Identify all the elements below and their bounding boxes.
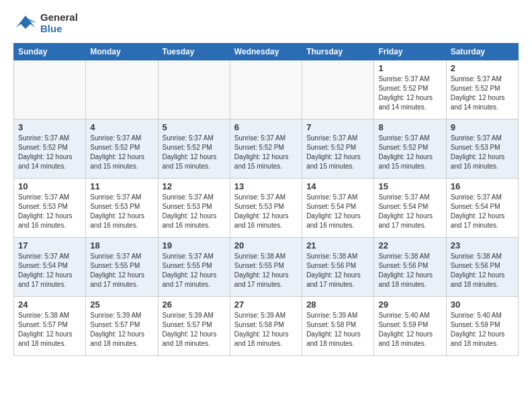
day-number: 16 <box>451 181 514 191</box>
day-header-saturday: Saturday <box>446 44 518 60</box>
day-info: Sunrise: 5:39 AM Sunset: 5:58 PM Dayligh… <box>306 311 369 349</box>
day-info: Sunrise: 5:37 AM Sunset: 5:54 PM Dayligh… <box>378 193 441 230</box>
calendar-table: SundayMondayTuesdayWednesdayThursdayFrid… <box>13 43 519 356</box>
day-info: Sunrise: 5:37 AM Sunset: 5:53 PM Dayligh… <box>90 193 153 230</box>
day-info: Sunrise: 5:37 AM Sunset: 5:52 PM Dayligh… <box>90 134 153 171</box>
calendar-cell: 7Sunrise: 5:37 AM Sunset: 5:52 PM Daylig… <box>302 120 374 179</box>
calendar-cell: 19Sunrise: 5:37 AM Sunset: 5:55 PM Dayli… <box>158 238 230 297</box>
day-info: Sunrise: 5:37 AM Sunset: 5:54 PM Dayligh… <box>18 252 81 289</box>
calendar-cell: 29Sunrise: 5:40 AM Sunset: 5:59 PM Dayli… <box>374 297 446 356</box>
day-number: 9 <box>451 122 514 132</box>
day-info: Sunrise: 5:37 AM Sunset: 5:52 PM Dayligh… <box>378 134 441 171</box>
day-number: 27 <box>234 300 298 310</box>
calendar-cell: 24Sunrise: 5:38 AM Sunset: 5:57 PM Dayli… <box>14 297 86 356</box>
day-number: 10 <box>18 181 81 191</box>
day-number: 25 <box>90 300 153 310</box>
calendar-page: General Blue SundayMondayTuesdayWednesda… <box>0 0 532 367</box>
logo-text: General Blue <box>40 11 78 34</box>
day-header-monday: Monday <box>86 44 158 60</box>
day-info: Sunrise: 5:38 AM Sunset: 5:55 PM Dayligh… <box>234 252 298 289</box>
header-row: SundayMondayTuesdayWednesdayThursdayFrid… <box>14 44 519 60</box>
day-number: 20 <box>234 240 298 250</box>
day-info: Sunrise: 5:37 AM Sunset: 5:53 PM Dayligh… <box>451 134 514 171</box>
week-row-4: 17Sunrise: 5:37 AM Sunset: 5:54 PM Dayli… <box>14 238 519 297</box>
calendar-cell: 11Sunrise: 5:37 AM Sunset: 5:53 PM Dayli… <box>86 179 158 238</box>
calendar-cell: 18Sunrise: 5:37 AM Sunset: 5:55 PM Dayli… <box>86 238 158 297</box>
day-info: Sunrise: 5:37 AM Sunset: 5:52 PM Dayligh… <box>234 134 298 171</box>
day-info: Sunrise: 5:37 AM Sunset: 5:52 PM Dayligh… <box>18 134 81 171</box>
day-info: Sunrise: 5:37 AM Sunset: 5:55 PM Dayligh… <box>90 252 153 289</box>
calendar-cell: 16Sunrise: 5:37 AM Sunset: 5:54 PM Dayli… <box>446 179 518 238</box>
calendar-cell <box>230 60 302 120</box>
calendar-cell <box>86 60 158 120</box>
day-info: Sunrise: 5:39 AM Sunset: 5:57 PM Dayligh… <box>163 311 226 349</box>
calendar-cell: 10Sunrise: 5:37 AM Sunset: 5:53 PM Dayli… <box>14 179 86 238</box>
day-info: Sunrise: 5:37 AM Sunset: 5:52 PM Dayligh… <box>163 134 226 171</box>
day-header-tuesday: Tuesday <box>158 44 230 60</box>
calendar-cell: 2Sunrise: 5:37 AM Sunset: 5:52 PM Daylig… <box>446 60 518 120</box>
calendar-cell: 27Sunrise: 5:39 AM Sunset: 5:58 PM Dayli… <box>230 297 302 356</box>
day-header-sunday: Sunday <box>14 44 86 60</box>
day-number: 30 <box>451 300 514 310</box>
week-row-3: 10Sunrise: 5:37 AM Sunset: 5:53 PM Dayli… <box>14 179 519 238</box>
week-row-1: 1Sunrise: 5:37 AM Sunset: 5:52 PM Daylig… <box>14 60 519 120</box>
calendar-cell: 17Sunrise: 5:37 AM Sunset: 5:54 PM Dayli… <box>14 238 86 297</box>
day-number: 3 <box>18 122 81 132</box>
day-header-thursday: Thursday <box>302 44 374 60</box>
day-info: Sunrise: 5:37 AM Sunset: 5:53 PM Dayligh… <box>234 193 298 230</box>
day-info: Sunrise: 5:38 AM Sunset: 5:57 PM Dayligh… <box>18 311 81 349</box>
calendar-cell: 30Sunrise: 5:40 AM Sunset: 5:59 PM Dayli… <box>446 297 518 356</box>
calendar-cell <box>302 60 374 120</box>
day-number: 28 <box>306 300 369 310</box>
day-number: 12 <box>163 181 226 191</box>
day-number: 23 <box>451 240 514 250</box>
day-info: Sunrise: 5:37 AM Sunset: 5:54 PM Dayligh… <box>306 193 369 230</box>
day-number: 13 <box>234 181 298 191</box>
day-info: Sunrise: 5:37 AM Sunset: 5:53 PM Dayligh… <box>18 193 81 230</box>
calendar-cell: 28Sunrise: 5:39 AM Sunset: 5:58 PM Dayli… <box>302 297 374 356</box>
day-number: 21 <box>306 240 369 250</box>
header: General Blue <box>13 11 519 35</box>
logo: General Blue <box>13 11 78 35</box>
day-number: 2 <box>451 63 514 73</box>
day-number: 29 <box>378 300 441 310</box>
day-number: 17 <box>18 240 81 250</box>
day-info: Sunrise: 5:37 AM Sunset: 5:52 PM Dayligh… <box>451 75 514 112</box>
day-info: Sunrise: 5:40 AM Sunset: 5:59 PM Dayligh… <box>378 311 441 349</box>
calendar-cell <box>158 60 230 120</box>
week-row-2: 3Sunrise: 5:37 AM Sunset: 5:52 PM Daylig… <box>14 120 519 179</box>
day-number: 14 <box>306 181 369 191</box>
calendar-cell: 3Sunrise: 5:37 AM Sunset: 5:52 PM Daylig… <box>14 120 86 179</box>
calendar-cell: 9Sunrise: 5:37 AM Sunset: 5:53 PM Daylig… <box>446 120 518 179</box>
day-info: Sunrise: 5:40 AM Sunset: 5:59 PM Dayligh… <box>451 311 514 349</box>
calendar-cell <box>14 60 86 120</box>
day-number: 6 <box>234 122 298 132</box>
day-header-wednesday: Wednesday <box>230 44 302 60</box>
calendar-cell: 15Sunrise: 5:37 AM Sunset: 5:54 PM Dayli… <box>374 179 446 238</box>
calendar-cell: 23Sunrise: 5:38 AM Sunset: 5:56 PM Dayli… <box>446 238 518 297</box>
day-info: Sunrise: 5:39 AM Sunset: 5:58 PM Dayligh… <box>234 311 298 349</box>
logo-icon <box>13 11 38 35</box>
day-info: Sunrise: 5:38 AM Sunset: 5:56 PM Dayligh… <box>378 252 441 289</box>
day-info: Sunrise: 5:37 AM Sunset: 5:53 PM Dayligh… <box>163 193 226 230</box>
calendar-cell: 20Sunrise: 5:38 AM Sunset: 5:55 PM Dayli… <box>230 238 302 297</box>
day-info: Sunrise: 5:37 AM Sunset: 5:54 PM Dayligh… <box>451 193 514 230</box>
day-number: 4 <box>90 122 153 132</box>
day-number: 26 <box>163 300 226 310</box>
calendar-cell: 22Sunrise: 5:38 AM Sunset: 5:56 PM Dayli… <box>374 238 446 297</box>
day-number: 18 <box>90 240 153 250</box>
day-number: 8 <box>378 122 441 132</box>
svg-marker-0 <box>16 15 36 29</box>
day-number: 11 <box>90 181 153 191</box>
day-number: 19 <box>163 240 226 250</box>
calendar-cell: 8Sunrise: 5:37 AM Sunset: 5:52 PM Daylig… <box>374 120 446 179</box>
calendar-cell: 12Sunrise: 5:37 AM Sunset: 5:53 PM Dayli… <box>158 179 230 238</box>
day-number: 15 <box>378 181 441 191</box>
day-header-friday: Friday <box>374 44 446 60</box>
calendar-cell: 6Sunrise: 5:37 AM Sunset: 5:52 PM Daylig… <box>230 120 302 179</box>
week-row-5: 24Sunrise: 5:38 AM Sunset: 5:57 PM Dayli… <box>14 297 519 356</box>
calendar-cell: 5Sunrise: 5:37 AM Sunset: 5:52 PM Daylig… <box>158 120 230 179</box>
calendar-cell: 14Sunrise: 5:37 AM Sunset: 5:54 PM Dayli… <box>302 179 374 238</box>
day-number: 24 <box>18 300 81 310</box>
day-number: 7 <box>306 122 369 132</box>
